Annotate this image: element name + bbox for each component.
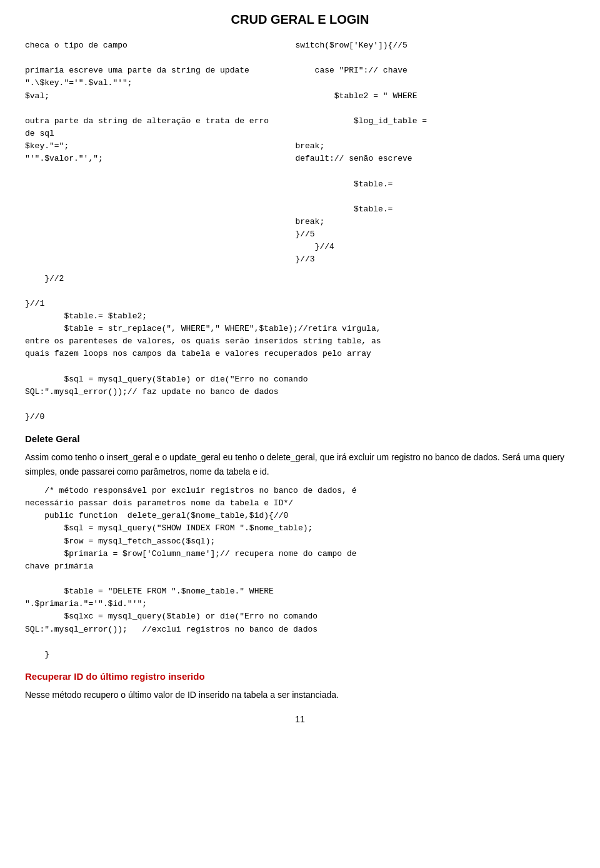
page-number: 11 bbox=[25, 714, 575, 724]
delete-code: /* método responsável por excluir regist… bbox=[25, 485, 575, 661]
delete-title: Delete Geral bbox=[25, 433, 575, 444]
recover-section: Recuperar ID do último registro inserido… bbox=[25, 671, 575, 702]
page-title: CRUD GERAL E LOGIN bbox=[25, 13, 575, 27]
recover-prose: Nesse método recupero o último valor de … bbox=[25, 688, 575, 702]
right-code-block: switch($row['Key']){//5 case "PRI":// ch… bbox=[295, 39, 575, 266]
top-left-code: checa o tipo de campo primaria escreve u… bbox=[25, 39, 289, 266]
mid-code-block: }//2 }//1 $table.= $table2; $table = str… bbox=[25, 273, 575, 424]
top-right-code: switch($row['Key']){//5 case "PRI":// ch… bbox=[289, 39, 575, 266]
recover-title: Recuperar ID do último registro inserido bbox=[25, 671, 575, 682]
left-code-block: checa o tipo de campo primaria escreve u… bbox=[25, 39, 282, 165]
delete-prose: Assim como tenho o insert_geral e o upda… bbox=[25, 450, 575, 478]
delete-section: Delete Geral Assim como tenho o insert_g… bbox=[25, 433, 575, 661]
